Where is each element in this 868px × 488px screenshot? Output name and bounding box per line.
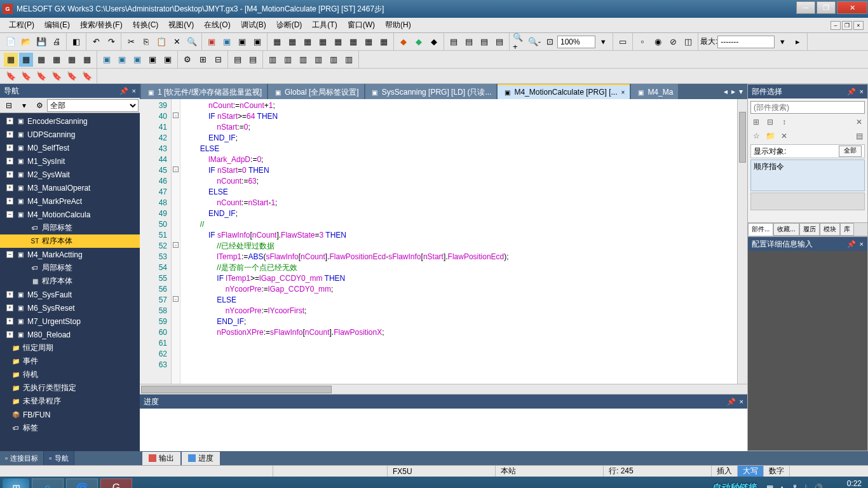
tree-item[interactable]: ST程序本体 [0, 234, 140, 248]
sim2-icon[interactable]: ◆ [412, 35, 426, 49]
cut-icon[interactable]: ✂ [124, 35, 138, 49]
dev-e-icon[interactable]: ▣ [161, 53, 175, 67]
mon-b-icon[interactable]: ▥ [281, 53, 295, 67]
tab-menu-icon[interactable]: ▾ [737, 87, 745, 96]
filter3-icon[interactable]: ↕ [778, 116, 790, 128]
zoom-fit-icon[interactable]: ⊡ [543, 35, 557, 49]
monitor4-icon[interactable]: ▦ [316, 35, 330, 49]
del-icon[interactable]: ✕ [778, 130, 790, 142]
sim1-icon[interactable]: ◆ [397, 35, 410, 49]
vertical-scrollbar[interactable] [737, 99, 747, 384]
tab-next-icon[interactable]: ▸ [729, 87, 737, 96]
tray-net-icon[interactable]: 🖧 [791, 484, 799, 488]
dev-c-icon[interactable]: ▣ [130, 53, 144, 67]
tray-bt-icon[interactable]: ᛒ [804, 484, 808, 488]
mon-e-icon[interactable]: ▥ [327, 53, 341, 67]
tree-item[interactable]: +▣M4_MarkPreAct [0, 194, 140, 208]
filter4-icon[interactable]: ✕ [853, 116, 865, 128]
tree-item[interactable]: +▣EncoderScanning [0, 114, 140, 128]
lad4-icon[interactable]: ▦ [50, 53, 64, 67]
menu-item[interactable]: 帮助(H) [380, 18, 416, 32]
task-gx-icon[interactable]: G [100, 478, 132, 488]
tree-item[interactable]: +▣M6_SysReset [0, 301, 140, 315]
parts-tab[interactable]: 履历 [799, 223, 820, 236]
tree-item[interactable]: 📁事件 [0, 355, 140, 368]
doc-tab[interactable]: ▣M4_MotionCalculate [PRG] [...× [498, 84, 630, 99]
tree-item[interactable]: 🏷局部标签 [0, 221, 140, 234]
fold-icon[interactable]: - [173, 166, 179, 172]
expand-icon[interactable]: + [6, 118, 13, 125]
tree-item[interactable]: −▣M4_MarkActting [0, 248, 140, 261]
monitor5-icon[interactable]: ▦ [331, 35, 345, 49]
window-icon[interactable]: ▭ [616, 35, 630, 49]
maximize-button[interactable]: ❐ [817, 1, 836, 14]
menu-item[interactable]: 调试(B) [236, 18, 271, 32]
expand-icon[interactable]: + [6, 291, 13, 298]
zoom-out-icon[interactable]: 🔍- [527, 35, 541, 49]
paste-icon[interactable]: 📋 [154, 35, 168, 49]
lad5-icon[interactable]: ▦ [65, 53, 79, 67]
menu-item[interactable]: 编辑(E) [39, 18, 75, 32]
zoom-in-icon[interactable]: 🔍+ [512, 35, 526, 49]
max-apply-icon[interactable]: ▸ [790, 35, 804, 49]
start-button[interactable]: ⊞ [3, 478, 29, 488]
collapse-icon[interactable]: − [6, 211, 13, 218]
expand-icon[interactable]: + [6, 198, 13, 205]
max-input[interactable] [717, 36, 775, 48]
tree-item[interactable]: 📦FB/FUN [0, 408, 140, 421]
monitor6-icon[interactable]: ▦ [346, 35, 360, 49]
monitor2-icon[interactable]: ▦ [285, 35, 299, 49]
tray-up-icon[interactable]: ▲ [778, 484, 786, 488]
st1-icon[interactable]: ▤ [231, 53, 245, 67]
collapse-icon[interactable]: − [6, 251, 13, 258]
menu-item[interactable]: 工程(P) [4, 18, 39, 32]
nav-tree[interactable]: +▣EncoderScanning+▣UDPScanning+▣M0_SelfT… [0, 113, 140, 451]
st2-icon[interactable]: ▤ [246, 53, 260, 67]
redo-icon[interactable]: ↷ [104, 35, 118, 49]
monitor1-icon[interactable]: ▦ [270, 35, 284, 49]
opt4-icon[interactable]: ◫ [681, 35, 695, 49]
verify-icon[interactable]: ▣ [235, 35, 249, 49]
cfg3-icon[interactable]: ⊟ [211, 53, 225, 67]
dev4-icon[interactable]: ▤ [492, 35, 506, 49]
parts-close-icon[interactable]: × [860, 88, 864, 95]
progress-pin-icon[interactable]: 📌 [727, 398, 736, 406]
tree-item[interactable]: 📁恒定周期 [0, 341, 140, 355]
menu-item[interactable]: 在线(O) [199, 18, 235, 32]
mon-a-icon[interactable]: ▥ [266, 53, 280, 67]
fold-column[interactable]: - - - - [172, 99, 180, 384]
write-plc-icon[interactable]: ▣ [205, 35, 219, 49]
tree-item[interactable]: 📁待机 [0, 368, 140, 381]
output-tab[interactable]: 进度 [182, 452, 220, 465]
lad2-icon[interactable]: ▦ [19, 53, 33, 67]
seq-cmd-list[interactable]: 顺序指令 [750, 159, 865, 191]
tray-clock[interactable]: 0:22 2020/6/24 [828, 480, 862, 488]
dev2-icon[interactable]: ▤ [462, 35, 476, 49]
zoom-dd-icon[interactable]: ▾ [596, 35, 610, 49]
tree-item[interactable]: +▣M0_SelfTest [0, 141, 140, 154]
horizontal-scrollbar[interactable] [140, 384, 747, 394]
expand-icon[interactable]: + [6, 171, 13, 178]
opt2-icon[interactable]: ◉ [651, 35, 665, 49]
menu-item[interactable]: 窗口(W) [342, 18, 380, 32]
mdi-minimize[interactable]: – [831, 21, 841, 30]
copy-icon[interactable]: ⎘ [139, 35, 153, 49]
tree-item[interactable]: +▣M2_SysWait [0, 168, 140, 181]
bm6-icon[interactable]: 🔖 [80, 69, 94, 83]
read-plc-icon[interactable]: ▣ [220, 35, 234, 49]
minimize-button[interactable]: ─ [796, 1, 815, 14]
code-editor[interactable]: nCount:=nCount+1; IF nStart>=64 THEN nSt… [180, 99, 737, 384]
tree-item[interactable]: +▣M7_UrgentStop [0, 315, 140, 328]
monitor8-icon[interactable]: ▦ [377, 35, 391, 49]
tree-item[interactable]: 📁未登录程序 [0, 395, 140, 408]
list-icon[interactable]: ▤ [853, 130, 865, 142]
tray-vol-icon[interactable]: 🔊 [813, 484, 823, 488]
bm3-icon[interactable]: 🔖 [34, 69, 48, 83]
tree-item[interactable]: +▣M3_ManualOperat [0, 181, 140, 194]
remote-icon[interactable]: ▣ [250, 35, 264, 49]
tab-close-icon[interactable]: × [621, 89, 625, 96]
folder-icon[interactable]: 📁 [764, 130, 776, 142]
tree-item[interactable]: +▣UDPScanning [0, 128, 140, 141]
bm1-icon[interactable]: 🔖 [4, 69, 18, 83]
parts-tab[interactable]: 收藏... [773, 223, 799, 236]
